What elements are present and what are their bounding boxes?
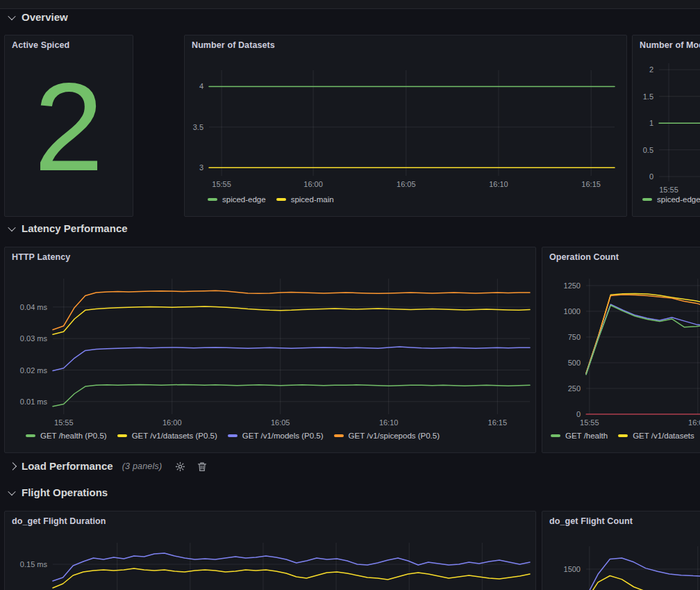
legend-item[interactable]: spiced-edge (208, 195, 266, 204)
svg-text:4: 4 (199, 82, 203, 90)
legend-item[interactable]: GET /v1/spicepods (P0.5) (334, 432, 440, 440)
svg-text:1.5: 1.5 (643, 92, 653, 101)
section-title[interactable]: Load Performance (22, 459, 113, 473)
legend-item[interactable]: GET /v1/datasets (P0.5) (117, 432, 217, 440)
legend-item[interactable]: GET /health (551, 432, 608, 440)
svg-text:15:55: 15:55 (54, 418, 74, 427)
svg-text:16:00: 16:00 (688, 418, 700, 427)
svg-text:1000: 1000 (564, 307, 581, 316)
svg-text:16:00: 16:00 (303, 180, 323, 188)
svg-text:0.15 ms: 0.15 ms (20, 560, 48, 568)
stat-value: 2 (5, 65, 133, 190)
legend-swatch (26, 434, 35, 437)
legend-label: spiced-edge (222, 195, 266, 204)
svg-text:3: 3 (199, 163, 203, 172)
svg-text:1500: 1500 (564, 565, 581, 573)
svg-text:16:15: 16:15 (488, 418, 508, 427)
chart-canvas: 33.5415:5516:0016:0516:1016:15 (185, 35, 625, 215)
legend-label: GET /health (P0.5) (40, 432, 107, 440)
svg-text:16:10: 16:10 (489, 180, 508, 188)
panel-number-of-datasets: Number of Datasets 33.5415:5516:0016:051… (184, 35, 627, 217)
panel-do-get-flight-duration: do_get Flight Duration 0.15 ms (4, 511, 536, 590)
svg-text:250: 250 (568, 384, 581, 393)
legend-swatch (642, 198, 652, 201)
svg-text:1250: 1250 (564, 281, 581, 290)
legend-item[interactable]: GET /health (P0.5) (26, 432, 107, 440)
models-chart: 00.511.5215:55 (633, 35, 700, 216)
legend-label: GET /v1/models (P0.5) (242, 432, 324, 440)
gear-icon (175, 461, 185, 472)
section-title[interactable]: Latency Performance (22, 222, 128, 236)
dashboard: Overview Active Spiced 2 Number of Datas… (0, 0, 700, 590)
legend-item[interactable]: spiced-main (276, 195, 334, 204)
chart-legend: GET /health (P0.5)GET /v1/datasets (P0.5… (26, 432, 440, 440)
svg-text:3.5: 3.5 (193, 123, 203, 131)
section-title[interactable]: Overview (22, 10, 68, 24)
legend-label: GET /v1/spicepods (P0.5) (349, 432, 440, 440)
chart-legend: spiced-edgespiced-main (208, 195, 334, 204)
chevron-right-icon[interactable] (9, 462, 17, 470)
svg-text:16:05: 16:05 (271, 418, 290, 427)
settings-button[interactable] (175, 461, 185, 472)
legend-swatch (276, 198, 286, 201)
section-latency-performance[interactable]: Latency Performance (9, 222, 128, 236)
svg-text:0.02 ms: 0.02 ms (20, 366, 48, 375)
http-latency-chart: 0.01 ms0.02 ms0.03 ms0.04 ms15:5516:0016… (5, 247, 535, 452)
chevron-down-icon[interactable] (8, 488, 15, 495)
legend-item[interactable]: spiced-edge (642, 195, 700, 204)
legend-swatch (334, 434, 344, 437)
svg-text:1: 1 (649, 119, 653, 127)
panel-do-get-flight-count: do_get Flight Count 1500 (542, 511, 700, 590)
panel-active-spiced: Active Spiced 2 (4, 35, 133, 217)
panel-count-label: (3 panels) (122, 459, 162, 473)
legend-swatch (618, 434, 628, 437)
legend-swatch (228, 434, 238, 437)
chevron-down-icon[interactable] (8, 224, 15, 231)
svg-text:500: 500 (568, 359, 581, 367)
operation-count-chart: 02505007501000125015:5516:0016:0516:10 (542, 247, 700, 452)
chart-canvas: 02505007501000125015:5516:0016:0516:10 (542, 247, 700, 451)
panel-operation-count: Operation Count 02505007501000125015:551… (542, 247, 700, 453)
svg-text:0.03 ms: 0.03 ms (20, 334, 48, 343)
chart-canvas: 0.15 ms (5, 511, 534, 590)
chevron-down-icon[interactable] (8, 13, 15, 20)
section-load-performance[interactable]: Load Performance (3 panels) (9, 459, 207, 473)
legend-swatch (208, 198, 217, 201)
flight-duration-chart: 0.15 ms (5, 511, 535, 590)
section-flight-operations[interactable]: Flight Operations (9, 486, 108, 500)
svg-text:0: 0 (576, 410, 581, 418)
svg-text:16:10: 16:10 (379, 418, 399, 427)
legend-swatch (551, 434, 560, 437)
legend-label: GET /health (565, 432, 608, 440)
svg-text:0: 0 (649, 172, 653, 181)
legend-label: GET /v1/datasets (P0.5) (132, 432, 217, 440)
chart-canvas: 0.01 ms0.02 ms0.03 ms0.04 ms15:5516:0016… (5, 247, 534, 451)
section-overview[interactable]: Overview (9, 10, 68, 24)
delete-button[interactable] (197, 461, 207, 472)
chart-canvas: 1500 (542, 511, 700, 590)
svg-text:15:55: 15:55 (580, 418, 599, 427)
legend-item[interactable]: GET /v1/models (P0.5) (228, 432, 324, 440)
chart-canvas: 00.511.5215:55 (633, 35, 700, 215)
top-toolbar-edge (0, 0, 700, 9)
flight-count-chart: 1500 (542, 511, 700, 590)
legend-label: GET /v1/datasets (633, 432, 694, 440)
svg-text:15:55: 15:55 (659, 186, 678, 194)
panel-http-latency: HTTP Latency 0.01 ms0.02 ms0.03 ms0.04 m… (4, 247, 536, 453)
datasets-chart: 33.5415:5516:0016:0516:1016:15 (185, 35, 626, 216)
svg-text:16:15: 16:15 (581, 180, 601, 188)
svg-text:750: 750 (568, 333, 581, 341)
chart-legend: GET /healthGET /v1/datasets (551, 432, 694, 440)
svg-text:0.04 ms: 0.04 ms (20, 303, 48, 311)
legend-label: spiced-edge (657, 195, 700, 204)
svg-text:0.5: 0.5 (643, 146, 653, 154)
panel-title[interactable]: Active Spiced (12, 40, 69, 50)
trash-icon (197, 461, 207, 472)
svg-text:0.01 ms: 0.01 ms (20, 398, 48, 406)
section-title[interactable]: Flight Operations (22, 486, 108, 500)
chart-legend: spiced-edge (642, 195, 700, 204)
svg-text:16:05: 16:05 (397, 180, 416, 188)
svg-text:16:00: 16:00 (162, 418, 182, 427)
legend-item[interactable]: GET /v1/datasets (618, 432, 694, 440)
svg-text:2: 2 (649, 65, 653, 74)
